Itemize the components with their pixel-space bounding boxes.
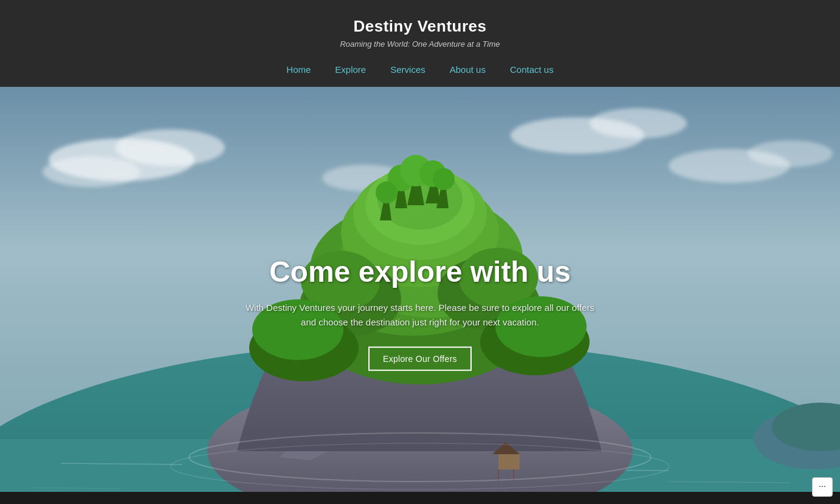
hero-heading: Come explore with us bbox=[238, 254, 602, 288]
svg-point-2 bbox=[115, 129, 225, 166]
svg-point-5 bbox=[590, 108, 687, 138]
nav-explore[interactable]: Explore bbox=[335, 64, 366, 75]
nav-home[interactable]: Home bbox=[286, 64, 311, 75]
cta-button[interactable]: Explore Our Offers bbox=[368, 346, 472, 370]
nav-about[interactable]: About us bbox=[450, 64, 486, 75]
bottom-bar[interactable]: ··· bbox=[812, 477, 833, 497]
hero-subtext: With Destiny Ventures your journey start… bbox=[238, 300, 602, 329]
svg-point-8 bbox=[748, 140, 833, 167]
hero-section: Come explore with us With Destiny Ventur… bbox=[0, 87, 840, 492]
svg-rect-39 bbox=[498, 454, 520, 469]
nav-contact[interactable]: Contact us bbox=[510, 64, 554, 75]
svg-point-29 bbox=[433, 168, 455, 190]
hero-content: Come explore with us With Destiny Ventur… bbox=[238, 254, 602, 370]
main-nav: Home Explore Services About us Contact u… bbox=[12, 60, 828, 75]
nav-services[interactable]: Services bbox=[390, 64, 425, 75]
site-title: Destiny Ventures bbox=[12, 17, 828, 36]
site-tagline: Roaming the World: One Adventure at a Ti… bbox=[12, 39, 828, 49]
site-header: Destiny Ventures Roaming the World: One … bbox=[0, 0, 840, 87]
svg-point-30 bbox=[376, 182, 398, 203]
svg-point-3 bbox=[43, 157, 140, 187]
